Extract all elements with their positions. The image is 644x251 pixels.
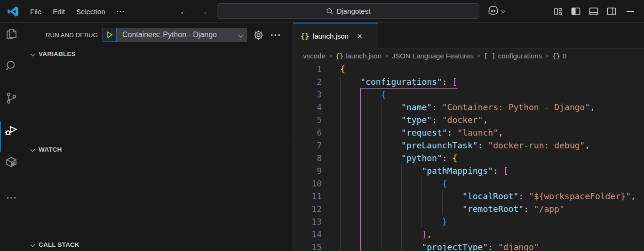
line-number[interactable]: 4 <box>293 101 322 113</box>
back-arrow-icon[interactable]: ← <box>179 6 189 17</box>
open-launch-json-button[interactable] <box>253 29 264 41</box>
code-token: { <box>442 178 447 188</box>
code-line[interactable]: "projectType": "django" <box>293 241 644 251</box>
code-token: : <box>432 102 442 112</box>
launch-configuration-select[interactable]: Containers: Python - Django <box>117 28 247 42</box>
code-token: "Containers: Python - Django" <box>442 102 590 112</box>
line-number[interactable]: 10 <box>293 177 322 190</box>
code-token: "localRoot" <box>462 191 518 201</box>
sidebar-item-containers[interactable] <box>0 151 23 173</box>
code-line[interactable]: } <box>293 215 644 228</box>
code-line[interactable]: { <box>293 88 644 101</box>
menu-selection[interactable]: Selection <box>76 8 105 16</box>
code-line[interactable]: "python": { <box>293 152 644 164</box>
toggle-secondary-sidebar-icon[interactable] <box>606 6 617 16</box>
views-more-actions-button[interactable]: ··· <box>270 30 281 40</box>
gear-icon <box>253 29 264 41</box>
code-line[interactable]: "type": "docker", <box>293 113 644 126</box>
tab-launch-json[interactable]: {} launch.json × <box>293 23 378 49</box>
activity-bar <box>0 23 23 251</box>
sidebar-item-source-control[interactable] <box>0 87 23 109</box>
code-token: "preLaunchTask" <box>401 140 478 150</box>
toggle-panel-icon[interactable] <box>588 6 599 16</box>
code-token: , <box>498 128 503 138</box>
breadcrumb-item[interactable]: .vscode <box>301 52 326 60</box>
minimize-dash-icon[interactable] <box>627 11 634 12</box>
breadcrumb-label: launch.json <box>346 52 382 60</box>
title-bar: File Edit Selection ··· ← → Djangotest <box>0 0 644 23</box>
line-number[interactable]: 15 <box>293 241 322 251</box>
code-token <box>340 204 462 214</box>
line-number[interactable]: 6 <box>293 126 322 139</box>
line-number[interactable]: 13 <box>293 215 322 228</box>
code-token: } <box>442 217 447 227</box>
sidebar-item-search[interactable] <box>0 55 23 77</box>
line-number[interactable]: 14 <box>293 228 322 241</box>
code-token: : <box>524 204 534 214</box>
code-token: : <box>478 140 488 150</box>
ellipsis-icon <box>5 192 17 204</box>
copilot-icon <box>487 5 499 16</box>
activity-bar-more[interactable] <box>0 186 23 209</box>
line-number[interactable]: 3 <box>293 88 322 101</box>
code-line[interactable]: "pathMappings": [ <box>293 164 644 177</box>
search-icon <box>326 8 334 15</box>
code-token: "type" <box>401 115 432 125</box>
code-token: , <box>590 102 595 112</box>
line-number[interactable]: 5 <box>293 113 322 126</box>
command-center-search[interactable]: Djangotest <box>217 3 479 19</box>
vscode-logo-icon <box>7 5 19 18</box>
line-number[interactable]: 7 <box>293 139 322 152</box>
start-debugging-button[interactable] <box>103 28 117 42</box>
play-icon <box>105 31 114 39</box>
code-line[interactable]: { <box>293 177 644 190</box>
symbol-object-icon: {} <box>335 52 343 60</box>
toggle-primary-sidebar-icon[interactable] <box>571 6 581 16</box>
breadcrumb-label: configurations <box>498 52 542 60</box>
line-number[interactable]: 12 <box>293 202 322 215</box>
copilot-menu[interactable] <box>487 5 505 16</box>
line-number[interactable]: 11 <box>293 190 322 202</box>
menu-file[interactable]: File <box>30 8 41 16</box>
line-number[interactable]: 8 <box>293 152 322 164</box>
code-line[interactable]: ], <box>293 228 644 241</box>
run-and-debug-panel: RUN AND DEBUG Containers: Python - Djang… <box>23 23 293 251</box>
breadcrumb-item[interactable]: {}launch.json <box>335 52 382 60</box>
breadcrumb-item[interactable]: {}0 <box>552 52 566 60</box>
code-editor[interactable]: { "configurations": [ { "name": "Contain… <box>293 63 644 251</box>
code-token <box>340 115 401 125</box>
code-token: "launch" <box>457 128 498 138</box>
code-token: "name" <box>401 102 432 112</box>
code-token: "docker" <box>442 115 483 125</box>
section-label: VARIABLES <box>39 50 76 57</box>
sidebar-item-explorer[interactable] <box>0 23 23 45</box>
code-line[interactable]: "name": "Containers: Python - Django", <box>293 101 644 113</box>
menu-edit[interactable]: Edit <box>53 8 65 16</box>
run-debug-icon <box>3 122 19 138</box>
code-token: "request" <box>401 128 447 138</box>
line-number[interactable]: 1 <box>293 63 322 75</box>
pane-title: RUN AND DEBUG <box>46 32 98 39</box>
code-line[interactable]: "localRoot": "${workspaceFolder}", <box>293 190 644 202</box>
sidebar-item-run-debug[interactable] <box>0 119 23 141</box>
code-line[interactable]: "configurations": [ <box>293 75 644 88</box>
code-token: : <box>488 242 498 251</box>
line-number[interactable]: 9 <box>293 164 322 177</box>
breadcrumb-item[interactable]: JSON Language Features <box>392 52 474 60</box>
code-token <box>340 217 442 227</box>
symbol-object-icon: {} <box>552 52 560 60</box>
line-number[interactable]: 2 <box>293 75 322 88</box>
code-line[interactable]: "remoteRoot": "/app" <box>293 202 644 215</box>
section-header-variables[interactable]: VARIABLES <box>23 47 293 60</box>
code-line[interactable]: { <box>293 63 644 75</box>
code-line[interactable]: "preLaunchTask": "docker-run: debug", <box>293 139 644 152</box>
code-token: "django" <box>498 242 539 251</box>
menu-more[interactable]: ··· <box>117 8 125 16</box>
section-header-call-stack[interactable]: CALL STACK <box>23 238 293 251</box>
customize-layout-icon[interactable] <box>553 7 563 16</box>
code-line[interactable]: "request": "launch", <box>293 126 644 139</box>
close-icon[interactable]: × <box>357 32 362 40</box>
section-header-watch[interactable]: WATCH <box>23 143 293 156</box>
breadcrumb-item[interactable]: [ ]configurations <box>484 52 542 60</box>
code-token: "remoteRoot" <box>462 204 524 214</box>
